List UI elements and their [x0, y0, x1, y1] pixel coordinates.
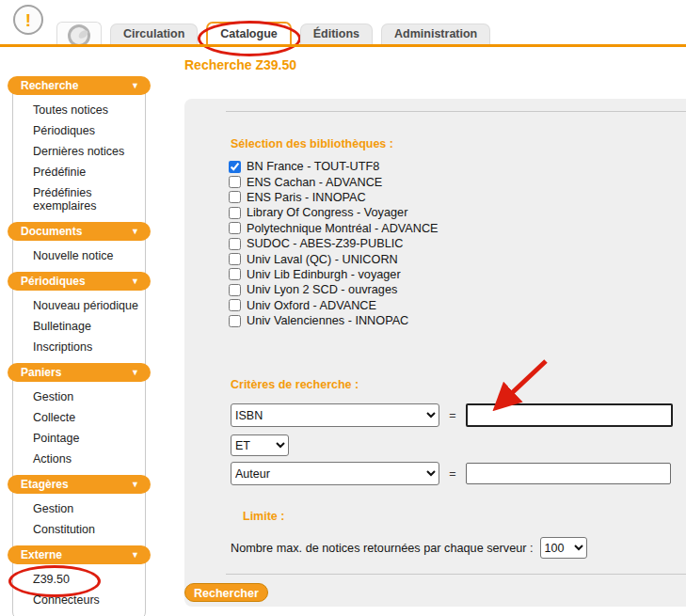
library-label: Univ Laval (QC) - UNICORN — [247, 253, 398, 266]
sidebar-section-label: Externe — [21, 548, 62, 561]
sidebar-section-externe[interactable]: ▼Externe — [8, 545, 151, 564]
library-row: Univ Lib Edinburgh - voyager — [229, 267, 439, 282]
criteria-heading: Critères de recherche : — [231, 378, 359, 391]
sidebar-item-nouveau-p-riodique[interactable]: Nouveau périodique — [8, 295, 151, 316]
library-row: ENS Paris - INNOPAC — [229, 190, 439, 205]
sidebar-item-gestion[interactable]: Gestion — [8, 387, 151, 407]
library-row: ENS Cachan - ADVANCE — [229, 174, 439, 189]
library-row: BN France - TOUT-UTF8 — [229, 159, 439, 174]
sidebar-section-paniers[interactable]: ▼Paniers — [8, 363, 151, 382]
library-checkbox-ens-paris-innopac[interactable] — [229, 191, 241, 203]
alert-glyph: ! — [25, 11, 31, 29]
library-list: BN France - TOUT-UTF8ENS Cachan - ADVANC… — [229, 159, 439, 328]
field1-select[interactable]: ISBN — [231, 403, 439, 427]
limit-heading: Limite : — [243, 510, 284, 523]
library-checkbox-library-of-congress-voyager[interactable] — [229, 207, 241, 219]
library-checkbox-bn-france-tout-utf8[interactable] — [229, 161, 241, 173]
sidebar-item-bulletinage[interactable]: Bulletinage — [8, 316, 151, 337]
sidebar-section-label: Recherche — [21, 79, 78, 92]
chevron-down-icon: ▼ — [131, 363, 139, 382]
library-checkbox-ens-cachan-advance[interactable] — [229, 176, 241, 188]
library-row: Univ Oxford - ADVANCE — [229, 298, 439, 313]
library-label: Univ Valenciennes - INNOPAC — [247, 314, 408, 327]
library-row: Library Of Congress - Voyager — [229, 205, 439, 220]
clock-icon — [68, 24, 90, 44]
sidebar-item-pointage[interactable]: Pointage — [8, 428, 151, 449]
sidebar-item-pr-d-finies-exemplaires[interactable]: Prédéfinies exemplaires — [8, 182, 151, 216]
library-row: Univ Lyon 2 SCD - ouvrages — [229, 282, 439, 297]
tab-bar-tabs: CirculationCatalogueÉditionsAdministrati… — [110, 22, 490, 44]
tab-catalogue[interactable]: Catalogue — [206, 22, 291, 44]
tab-annotation-ellipse — [198, 21, 301, 56]
library-checkbox-univ-lyon-2-scd-ouvrages[interactable] — [229, 284, 241, 296]
library-checkbox-univ-lib-edinburgh-voyager[interactable] — [229, 268, 241, 280]
library-label: ENS Cachan - ADVANCE — [247, 176, 382, 189]
library-label: Polytechnique Montréal - ADVANCE — [247, 222, 439, 235]
criteria-row-1: ISBN = — [231, 403, 673, 427]
library-checkbox-univ-laval-qc-unicorn[interactable] — [229, 253, 241, 265]
library-label: SUDOC - ABES-Z39-PUBLIC — [247, 237, 403, 250]
library-row: Univ Laval (QC) - UNICORN — [229, 251, 439, 266]
criteria-row-2: Auteur = — [231, 462, 671, 485]
sidebar-item-connecteurs[interactable]: Connecteurs — [8, 590, 151, 610]
sidebar-item-actions[interactable]: Actions — [8, 449, 151, 469]
limit-row: Nombre max. de notices retournées par ch… — [231, 537, 587, 559]
alert-icon[interactable]: ! — [13, 5, 43, 35]
sidebar-section-recherche[interactable]: ▼Recherche — [8, 76, 151, 95]
library-label: Univ Oxford - ADVANCE — [247, 299, 376, 312]
library-checkbox-univ-oxford-advance[interactable] — [229, 299, 241, 311]
library-checkbox-polytechnique-montr-al-advance[interactable] — [229, 222, 241, 234]
sidebar-section-label: Périodiques — [21, 275, 86, 288]
limit-label: Nombre max. de notices retournées par ch… — [231, 542, 534, 555]
header-divider — [0, 44, 686, 47]
library-checkbox-sudoc-abes-z39-public[interactable] — [229, 238, 241, 250]
limit-select[interactable]: 100 — [540, 537, 587, 559]
sidebar-item-gestion[interactable]: Gestion — [8, 498, 151, 519]
search-button[interactable]: Rechercher — [184, 583, 268, 602]
sidebar-item-nouvelle-notice[interactable]: Nouvelle notice — [8, 245, 151, 266]
chevron-down-icon: ▼ — [131, 475, 139, 494]
sidebar-section-etag-res[interactable]: ▼Etagères — [8, 475, 151, 494]
sidebar-item-inscriptions[interactable]: Inscriptions — [8, 337, 151, 357]
chevron-down-icon: ▼ — [131, 222, 139, 241]
sidebar-section-label: Documents — [21, 225, 82, 238]
sidebar-item-z39-50[interactable]: Z39.50 — [8, 569, 151, 590]
sidebar-item-collecte[interactable]: Collecte — [8, 407, 151, 428]
sidebar-section-p-riodiques[interactable]: ▼Périodiques — [8, 272, 151, 291]
operator-select[interactable]: ET — [231, 434, 289, 456]
library-checkbox-univ-valenciennes-innopac[interactable] — [229, 315, 241, 327]
sidebar: ▼RechercheToutes noticesPériodiquesDerni… — [8, 71, 151, 616]
field2-input[interactable] — [466, 463, 671, 484]
chevron-down-icon: ▼ — [131, 272, 139, 291]
library-label: Univ Lib Edinburgh - voyager — [247, 268, 401, 281]
tab-administration[interactable]: Administration — [381, 24, 490, 44]
sidebar-section-label: Etagères — [21, 478, 69, 491]
clock-tab[interactable] — [56, 22, 102, 44]
library-selection-heading: Sélection des bibliothèques : — [231, 137, 393, 150]
page-title: Recherche Z39.50 — [184, 57, 296, 72]
field1-input[interactable] — [466, 403, 673, 427]
library-row: SUDOC - ABES-Z39-PUBLIC — [229, 236, 439, 251]
field2-select[interactable]: Auteur — [231, 462, 439, 485]
tab-ditions[interactable]: Éditions — [300, 24, 373, 44]
tab-bar: CirculationCatalogueÉditionsAdministrati… — [56, 23, 490, 44]
equals-sign-1: = — [449, 409, 456, 422]
sidebar-item-constitution[interactable]: Constitution — [8, 519, 151, 540]
library-label: Univ Lyon 2 SCD - ouvrages — [247, 283, 397, 296]
sidebar-section-label: Paniers — [21, 366, 61, 379]
sidebar-section-documents[interactable]: ▼Documents — [8, 222, 151, 241]
library-label: BN France - TOUT-UTF8 — [247, 160, 379, 173]
sidebar-item-pr-d-finie[interactable]: Prédéfinie — [8, 162, 151, 182]
tab-circulation[interactable]: Circulation — [110, 24, 198, 44]
library-row: Univ Valenciennes - INNOPAC — [229, 313, 439, 328]
sidebar-item-toutes-notices[interactable]: Toutes notices — [8, 100, 151, 120]
panel-bottom-divider — [226, 574, 686, 575]
search-form-panel: Sélection des bibliothèques : BN France … — [184, 99, 686, 607]
z3950-search-page: ! CirculationCatalogueÉditionsAdministra… — [0, 0, 686, 616]
library-label: ENS Paris - INNOPAC — [247, 191, 366, 204]
chevron-down-icon: ▼ — [131, 76, 139, 95]
library-row: Polytechnique Montréal - ADVANCE — [229, 221, 439, 236]
sidebar-item-derni-res-notices[interactable]: Dernières notices — [8, 141, 151, 162]
sidebar-item-p-riodiques[interactable]: Périodiques — [8, 120, 151, 141]
equals-sign-2: = — [449, 467, 456, 481]
